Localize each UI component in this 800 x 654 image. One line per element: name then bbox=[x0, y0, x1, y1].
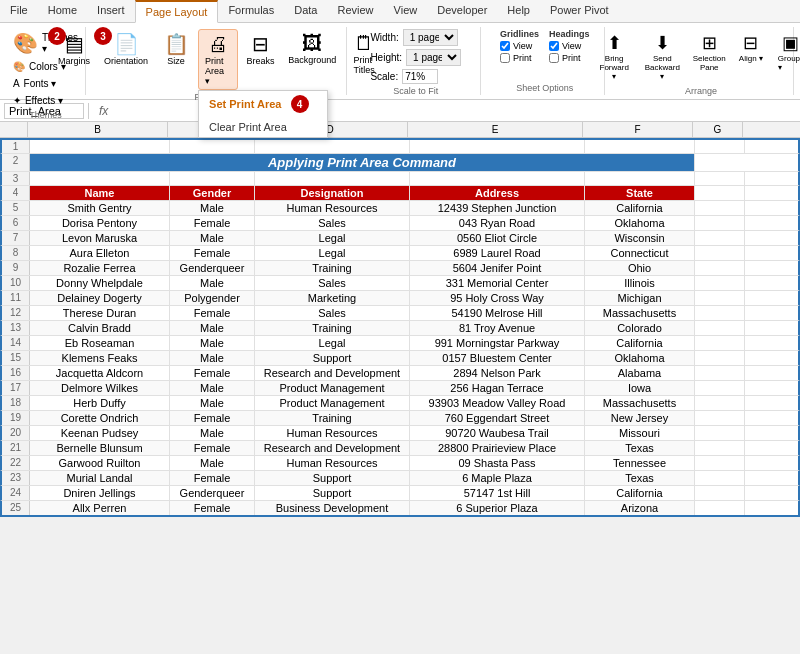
size-button[interactable]: 📋 Size bbox=[156, 29, 196, 69]
cell-designation-12[interactable]: Sales bbox=[255, 306, 410, 320]
cell-address-20[interactable]: 90720 Waubesa Trail bbox=[410, 426, 585, 440]
cell-state-22[interactable]: Tennessee bbox=[585, 456, 695, 470]
cell-f1[interactable] bbox=[585, 140, 695, 153]
cell-designation-22[interactable]: Human Resources bbox=[255, 456, 410, 470]
cell-address-8[interactable]: 6989 Laurel Road bbox=[410, 246, 585, 260]
cell-address-15[interactable]: 0157 Bluestem Center bbox=[410, 351, 585, 365]
cell-name-5[interactable]: Smith Gentry bbox=[30, 201, 170, 215]
cell-g-14[interactable] bbox=[695, 336, 745, 350]
cell-address-10[interactable]: 331 Memorial Center bbox=[410, 276, 585, 290]
cell-state-9[interactable]: Ohio bbox=[585, 261, 695, 275]
cell-address-25[interactable]: 6 Superior Plaza bbox=[410, 501, 585, 515]
tab-view[interactable]: View bbox=[384, 0, 428, 22]
cell-g-22[interactable] bbox=[695, 456, 745, 470]
cell-c1[interactable] bbox=[170, 140, 255, 153]
cell-state-12[interactable]: Massachusetts bbox=[585, 306, 695, 320]
cell-name-12[interactable]: Therese Duran bbox=[30, 306, 170, 320]
cell-state-7[interactable]: Wisconsin bbox=[585, 231, 695, 245]
clear-print-area-item[interactable]: Clear Print Area bbox=[199, 117, 327, 137]
cell-g-20[interactable] bbox=[695, 426, 745, 440]
print-area-button[interactable]: 🖨 PrintArea ▾ bbox=[198, 29, 238, 90]
cell-state-14[interactable]: California bbox=[585, 336, 695, 350]
cell-address-5[interactable]: 12439 Stephen Junction bbox=[410, 201, 585, 215]
cell-designation-18[interactable]: Product Management bbox=[255, 396, 410, 410]
cell-address-6[interactable]: 043 Ryan Road bbox=[410, 216, 585, 230]
cell-address-21[interactable]: 28800 Prairieview Place bbox=[410, 441, 585, 455]
set-print-area-item[interactable]: Set Print Area 4 bbox=[199, 91, 327, 117]
group-button[interactable]: ▣ Group ▾ bbox=[772, 29, 800, 75]
cell-g-19[interactable] bbox=[695, 411, 745, 425]
cell-state-11[interactable]: Michigan bbox=[585, 291, 695, 305]
cell-gender-6[interactable]: Female bbox=[170, 216, 255, 230]
col-header-g[interactable]: G bbox=[693, 122, 743, 137]
header-designation[interactable]: Designation bbox=[255, 186, 410, 200]
gridlines-view-check[interactable] bbox=[500, 41, 510, 51]
cell-address-7[interactable]: 0560 Eliot Circle bbox=[410, 231, 585, 245]
send-backward-button[interactable]: ⬇ SendBackward ▾ bbox=[638, 29, 687, 84]
cell-g-6[interactable] bbox=[695, 216, 745, 230]
cell-state-23[interactable]: Texas bbox=[585, 471, 695, 485]
height-select[interactable]: 1 page bbox=[406, 49, 461, 66]
tab-home[interactable]: Home bbox=[38, 0, 87, 22]
cell-state-13[interactable]: Colorado bbox=[585, 321, 695, 335]
cell-address-23[interactable]: 6 Maple Plaza bbox=[410, 471, 585, 485]
cell-g-11[interactable] bbox=[695, 291, 745, 305]
cell-g-9[interactable] bbox=[695, 261, 745, 275]
cell-gender-22[interactable]: Male bbox=[170, 456, 255, 470]
cell-name-23[interactable]: Murial Landal bbox=[30, 471, 170, 485]
cell-g-16[interactable] bbox=[695, 366, 745, 380]
cell-gender-15[interactable]: Male bbox=[170, 351, 255, 365]
background-button[interactable]: 🖼 Background bbox=[282, 29, 342, 68]
cell-e1[interactable] bbox=[410, 140, 585, 153]
cell-g-25[interactable] bbox=[695, 501, 745, 515]
cell-gender-18[interactable]: Male bbox=[170, 396, 255, 410]
cell-name-6[interactable]: Dorisa Pentony bbox=[30, 216, 170, 230]
cell-g-17[interactable] bbox=[695, 381, 745, 395]
header-state[interactable]: State bbox=[585, 186, 695, 200]
header-name[interactable]: Name bbox=[30, 186, 170, 200]
tab-developer[interactable]: Developer bbox=[427, 0, 497, 22]
cell-gender-9[interactable]: Genderqueer bbox=[170, 261, 255, 275]
cell-designation-21[interactable]: Research and Development bbox=[255, 441, 410, 455]
cell-designation-11[interactable]: Marketing bbox=[255, 291, 410, 305]
cell-address-22[interactable]: 09 Shasta Pass bbox=[410, 456, 585, 470]
cell-gender-13[interactable]: Male bbox=[170, 321, 255, 335]
cell-designation-16[interactable]: Research and Development bbox=[255, 366, 410, 380]
headings-print-check[interactable] bbox=[549, 53, 559, 63]
cell-designation-14[interactable]: Legal bbox=[255, 336, 410, 350]
cell-designation-23[interactable]: Support bbox=[255, 471, 410, 485]
cell-address-19[interactable]: 760 Eggendart Street bbox=[410, 411, 585, 425]
cell-name-15[interactable]: Klemens Feaks bbox=[30, 351, 170, 365]
cell-state-8[interactable]: Connecticut bbox=[585, 246, 695, 260]
cell-g3[interactable] bbox=[695, 172, 745, 185]
cell-designation-17[interactable]: Product Management bbox=[255, 381, 410, 395]
breaks-button[interactable]: ⊟ Breaks bbox=[240, 29, 280, 69]
cell-designation-6[interactable]: Sales bbox=[255, 216, 410, 230]
cell-name-13[interactable]: Calvin Bradd bbox=[30, 321, 170, 335]
cell-designation-8[interactable]: Legal bbox=[255, 246, 410, 260]
cell-designation-24[interactable]: Support bbox=[255, 486, 410, 500]
cell-g4[interactable] bbox=[695, 186, 745, 200]
cell-gender-10[interactable]: Male bbox=[170, 276, 255, 290]
cell-e3[interactable] bbox=[410, 172, 585, 185]
gridlines-print-check[interactable] bbox=[500, 53, 510, 63]
tab-page-layout[interactable]: Page Layout bbox=[135, 0, 219, 23]
cell-state-17[interactable]: Iowa bbox=[585, 381, 695, 395]
tab-help[interactable]: Help bbox=[497, 0, 540, 22]
scale-input[interactable] bbox=[402, 69, 438, 84]
title-cell[interactable]: Applying Print Area Command bbox=[30, 154, 695, 171]
cell-designation-5[interactable]: Human Resources bbox=[255, 201, 410, 215]
cell-name-7[interactable]: Levon Maruska bbox=[30, 231, 170, 245]
tab-review[interactable]: Review bbox=[327, 0, 383, 22]
cell-g-23[interactable] bbox=[695, 471, 745, 485]
cell-d3[interactable] bbox=[255, 172, 410, 185]
col-header-f[interactable]: F bbox=[583, 122, 693, 137]
width-select[interactable]: 1 page bbox=[403, 29, 458, 46]
cell-designation-7[interactable]: Legal bbox=[255, 231, 410, 245]
header-address[interactable]: Address bbox=[410, 186, 585, 200]
cell-name-17[interactable]: Delmore Wilkes bbox=[30, 381, 170, 395]
cell-designation-10[interactable]: Sales bbox=[255, 276, 410, 290]
cell-name-21[interactable]: Bernelle Blunsum bbox=[30, 441, 170, 455]
cell-gender-17[interactable]: Male bbox=[170, 381, 255, 395]
effects-button[interactable]: ✦ Effects ▾ bbox=[9, 93, 67, 108]
